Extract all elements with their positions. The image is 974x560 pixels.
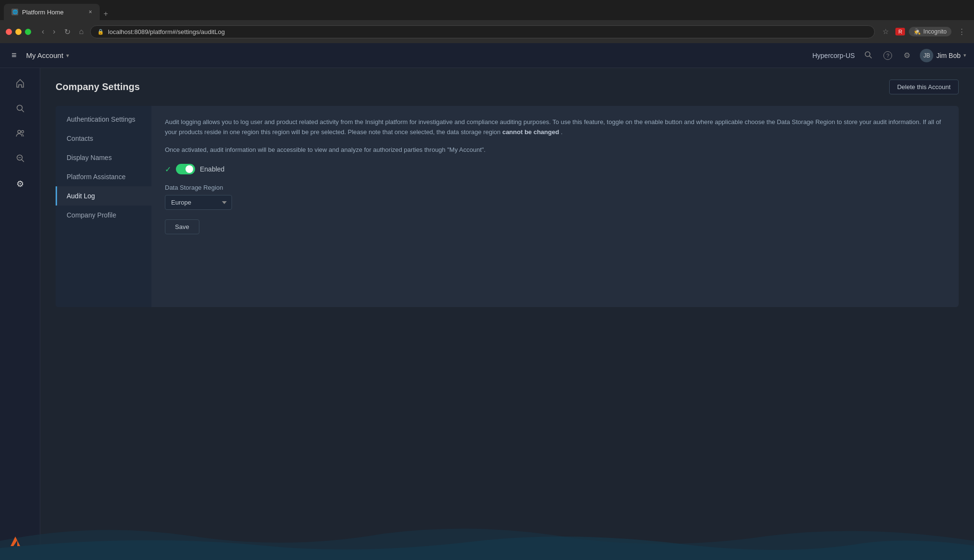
svg-line-7 bbox=[22, 160, 23, 161]
page-title: Company Settings bbox=[56, 81, 140, 92]
tab-bar: 🌐 Platform Home × + bbox=[0, 0, 974, 20]
account-chevron-icon: ▾ bbox=[66, 52, 69, 59]
sidebar-settings-icon: ⚙ bbox=[16, 179, 24, 189]
hamburger-icon: ≡ bbox=[12, 50, 17, 60]
storage-region-label: Data Storage Region bbox=[165, 184, 945, 191]
incognito-badge: 🕵 Incognito bbox=[909, 27, 951, 36]
page-header: Company Settings Delete this Account bbox=[56, 80, 959, 94]
svg-point-4 bbox=[18, 130, 21, 133]
save-button[interactable]: Save bbox=[165, 219, 199, 234]
audit-description-end: . bbox=[561, 128, 563, 136]
settings-nav-audit-log[interactable]: Audit Log bbox=[56, 186, 151, 206]
user-menu[interactable]: JB Jim Bob ▾ bbox=[920, 49, 966, 62]
authentication-settings-label: Authentication Settings bbox=[67, 115, 135, 123]
toggle-check-icon: ✓ bbox=[165, 165, 171, 174]
company-profile-label: Company Profile bbox=[67, 211, 116, 219]
extension-icon[interactable]: R bbox=[895, 28, 905, 35]
browser-actions: ☆ R 🕵 Incognito ⋮ bbox=[880, 25, 968, 38]
back-button[interactable]: ‹ bbox=[40, 25, 46, 38]
help-button[interactable]: ? bbox=[881, 49, 894, 62]
traffic-lights bbox=[6, 29, 31, 35]
top-nav-right: Hypercorp-US ? ⚙ JB Jim Bob ▾ bbox=[812, 49, 966, 62]
left-sidebar: ⚙ bbox=[0, 68, 40, 560]
sidebar-audit-button[interactable] bbox=[10, 149, 31, 170]
new-tab-button[interactable]: + bbox=[102, 8, 110, 20]
delete-account-button[interactable]: Delete this Account bbox=[889, 80, 959, 94]
sidebar-home-button[interactable] bbox=[10, 74, 31, 95]
main-body: ⚙ Company Settings Delete this Account A… bbox=[0, 68, 974, 560]
account-selector[interactable]: My Account ▾ bbox=[26, 51, 70, 59]
settings-nav-icon: ⚙ bbox=[904, 51, 910, 59]
top-nav: ≡ My Account ▾ Hypercorp-US ? ⚙ JB Jim B… bbox=[0, 43, 974, 68]
maximize-window-button[interactable] bbox=[25, 29, 31, 35]
settings-nav-button[interactable]: ⚙ bbox=[902, 49, 912, 62]
hamburger-button[interactable]: ≡ bbox=[8, 48, 21, 62]
sidebar-settings-button[interactable]: ⚙ bbox=[10, 173, 31, 194]
tab-title: Platform Home bbox=[22, 9, 64, 16]
url-text: localhost:8089/platform#/settings/auditL… bbox=[108, 28, 225, 35]
toggle-label: Enabled bbox=[200, 165, 224, 173]
user-avatar: JB bbox=[920, 49, 933, 62]
storage-region-select[interactable]: Europe United States Asia Pacific bbox=[165, 195, 232, 210]
settings-sidebar: Authentication Settings Contacts Display… bbox=[56, 106, 151, 307]
svg-point-2 bbox=[17, 105, 22, 110]
settings-nav-contacts[interactable]: Contacts bbox=[56, 129, 151, 148]
brand-logo bbox=[7, 533, 24, 553]
sidebar-users-button[interactable] bbox=[10, 124, 31, 145]
tab-close-button[interactable]: × bbox=[89, 9, 92, 15]
audit-icon bbox=[16, 154, 24, 165]
settings-content: Audit logging allows you to log user and… bbox=[151, 106, 959, 307]
lock-icon: 🔒 bbox=[97, 29, 104, 35]
address-bar[interactable]: 🔒 localhost:8089/platform#/settings/audi… bbox=[90, 25, 875, 38]
more-options-button[interactable]: ⋮ bbox=[955, 25, 968, 38]
sidebar-search-button[interactable] bbox=[10, 99, 31, 120]
active-tab[interactable]: 🌐 Platform Home × bbox=[4, 4, 100, 20]
minimize-window-button[interactable] bbox=[15, 29, 22, 35]
browser-chrome: 🌐 Platform Home × + ‹ › ↻ ⌂ 🔒 localhost:… bbox=[0, 0, 974, 43]
account-label: My Account bbox=[26, 51, 64, 59]
audit-description-1: Audit logging allows you to log user and… bbox=[165, 117, 945, 137]
audit-log-label: Audit Log bbox=[67, 192, 95, 200]
search-nav-button[interactable] bbox=[862, 49, 874, 62]
home-button[interactable]: ⌂ bbox=[77, 25, 86, 38]
incognito-icon: 🕵 bbox=[914, 28, 921, 35]
settings-nav-display-names[interactable]: Display Names bbox=[56, 148, 151, 167]
settings-nav-company-profile[interactable]: Company Profile bbox=[56, 206, 151, 225]
settings-panel: Authentication Settings Contacts Display… bbox=[56, 106, 959, 307]
platform-assistance-label: Platform Assistance bbox=[67, 173, 126, 181]
tab-favicon: 🌐 bbox=[12, 9, 18, 15]
storage-region-field: Data Storage Region Europe United States… bbox=[165, 184, 945, 219]
help-icon: ? bbox=[883, 51, 892, 60]
bookmark-button[interactable]: ☆ bbox=[880, 25, 892, 38]
home-icon bbox=[15, 79, 25, 91]
toggle-row: ✓ Enabled bbox=[165, 164, 945, 174]
sidebar-search-icon bbox=[16, 104, 24, 115]
user-label: Jim Bob bbox=[936, 52, 961, 59]
user-chevron-icon: ▾ bbox=[963, 52, 966, 58]
audit-description-bold: cannot be changed bbox=[502, 128, 559, 136]
reload-button[interactable]: ↻ bbox=[62, 25, 72, 38]
contacts-label: Contacts bbox=[67, 135, 93, 142]
incognito-label: Incognito bbox=[923, 28, 947, 35]
settings-nav-platform-assistance[interactable]: Platform Assistance bbox=[56, 167, 151, 186]
display-names-label: Display Names bbox=[67, 154, 112, 161]
toggle-slider bbox=[176, 164, 195, 174]
forward-button[interactable]: › bbox=[51, 25, 57, 38]
users-icon bbox=[15, 128, 25, 140]
enabled-toggle[interactable] bbox=[176, 164, 195, 174]
search-nav-icon bbox=[864, 52, 872, 60]
content-area: Company Settings Delete this Account Aut… bbox=[40, 68, 974, 560]
svg-line-1 bbox=[870, 56, 871, 58]
browser-controls: ‹ › ↻ ⌂ 🔒 localhost:8089/platform#/setti… bbox=[0, 20, 974, 43]
settings-nav-authentication[interactable]: Authentication Settings bbox=[56, 110, 151, 129]
close-window-button[interactable] bbox=[6, 29, 12, 35]
app-container: ≡ My Account ▾ Hypercorp-US ? ⚙ JB Jim B… bbox=[0, 43, 974, 560]
audit-description-2: Once activated, audit information will b… bbox=[165, 145, 945, 155]
svg-point-5 bbox=[21, 130, 23, 133]
svg-line-3 bbox=[22, 110, 23, 112]
org-label: Hypercorp-US bbox=[812, 52, 855, 59]
